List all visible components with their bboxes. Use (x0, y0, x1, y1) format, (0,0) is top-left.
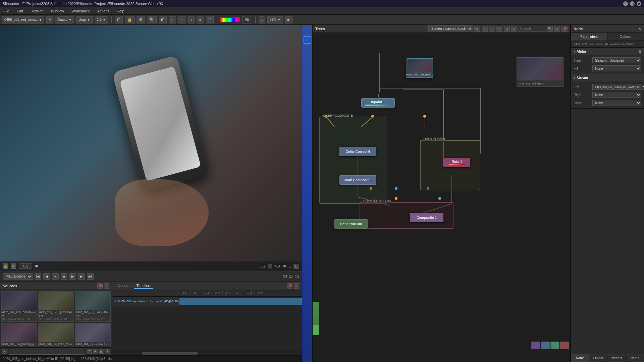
step-back-btn[interactable]: ◀ (43, 273, 50, 280)
track-content[interactable] (179, 297, 302, 306)
track-label[interactable]: ▾ 0469_008_red_helium_8k_rawfilm-ID-[00-… (112, 297, 179, 306)
insert-composite-group[interactable]: INSERT COMPOSITE (319, 117, 386, 204)
timeline-pin-btn[interactable]: 📌 (287, 283, 292, 289)
grid-btn[interactable]: ⊞ (159, 16, 167, 23)
zoom-out-btn[interactable]: □ (259, 16, 265, 23)
transform-btn[interactable]: ⤢ (169, 16, 176, 23)
scroll-thumb[interactable] (142, 352, 198, 355)
settings-btn[interactable]: ⚙ (137, 16, 145, 23)
sources-close-btn[interactable]: ✕ (104, 283, 109, 289)
fit-btn[interactable]: ⊡ (115, 16, 123, 23)
list-view-btn[interactable]: ☰ (87, 349, 92, 354)
trees-add-btn[interactable]: + (496, 26, 502, 32)
grid-view-btn[interactable]: ⊞ (93, 349, 98, 354)
menu-workspace[interactable]: Workspace (70, 8, 91, 14)
depth-select[interactable]: None (592, 100, 641, 106)
session-select[interactable]: Screen clean and track (428, 25, 473, 32)
source-item[interactable]: 0469_101_red...wfilm-ID-.mov 77 - 3840x2… (75, 323, 111, 347)
maximize-button[interactable]: □ (630, 1, 635, 6)
trees-search-input[interactable] (519, 26, 545, 32)
viewer-lock-btn[interactable]: 🔒 (3, 263, 8, 269)
source-node[interactable]: 0469_008_red_heliu... (407, 58, 433, 78)
menu-session[interactable]: Session (29, 8, 45, 14)
close-button[interactable]: ✕ (637, 1, 641, 6)
menu-edit[interactable]: Edit (15, 8, 24, 14)
play-mode-select[interactable]: Play: Bounce (3, 273, 33, 280)
ratio-select[interactable]: 1:1 ▼ (95, 16, 108, 23)
large-grid-btn[interactable]: ▦ (99, 349, 104, 354)
trees-settings-btn[interactable]: ⚙ (474, 26, 480, 32)
overlay-btn[interactable]: ◱ (206, 16, 214, 23)
mini-node-3[interactable] (550, 342, 559, 349)
source-item[interactable]: 0469_001_red_2320_2K.mov 94 - 3840x2160 … (38, 323, 74, 347)
trees-pin-btn[interactable]: 📌 (561, 26, 568, 32)
trees-import-btn[interactable]: ↓ (489, 26, 495, 32)
bottom-tab-object[interactable]: Object (589, 354, 608, 362)
sources-search-input[interactable] (9, 349, 85, 355)
mini-node-2[interactable] (541, 342, 550, 349)
settings-view-btn[interactable]: ⚙ (105, 349, 110, 354)
goto-start-btn[interactable]: |◀ (35, 273, 41, 280)
viewer-canvas[interactable] (0, 25, 302, 271)
clear-search-btn[interactable]: ✕ (2, 349, 7, 354)
menu-actions[interactable]: Actions (96, 8, 111, 14)
lock-btn[interactable]: 🔒 (125, 16, 135, 23)
alpha-section-header[interactable]: ▾ Alpha ⊞ (571, 48, 644, 55)
alpha-expand-btn[interactable]: ⊞ (639, 50, 641, 53)
stream-section-header[interactable]: ▾ Stream ⊞ (571, 74, 644, 81)
source-item[interactable]: 0469_008_red_...wfilm-ID-.mov 529 - 3840… (75, 291, 111, 322)
source-picker[interactable]: 0469_008_red_heliu...▼ (2, 16, 44, 23)
goto-end-btn[interactable]: ▶| (87, 273, 94, 280)
mini-preview-node[interactable]: 0469_008_red_heliu... (517, 57, 564, 87)
source-item[interactable]: 0129_004_A00...001-ID-.mov 94 - 3840x216… (1, 291, 37, 322)
timeline-close-btn[interactable]: ✕ (294, 283, 299, 289)
color-gradient-bar[interactable] (220, 17, 240, 22)
color-correct-node[interactable]: Color Correct 6 (339, 147, 376, 156)
zoom-select[interactable]: 29% ▼ (267, 16, 283, 23)
composite-node[interactable]: Composite 1 (410, 213, 443, 222)
sources-pin-btn[interactable]: 📌 (97, 283, 103, 289)
zoom-in-btn[interactable]: ▶ (285, 16, 292, 23)
search-viewer-btn[interactable]: 🔍 (147, 16, 157, 23)
trees-canvas[interactable]: 0469_008_red_heliu... INSERT COMPOSITE (313, 33, 570, 362)
type-select[interactable]: Straight - Unmatted (592, 57, 641, 63)
bottom-tab-presets[interactable]: Presets (607, 354, 626, 362)
inpaint-node[interactable]: Inpaint 1 (361, 98, 395, 108)
trees-maximize-btn[interactable]: ⤢ (554, 26, 560, 32)
stereo-btn[interactable]: ◈ (197, 16, 204, 23)
minimize-button[interactable]: ─ (623, 1, 628, 6)
viewer[interactable]: 🔒 ⊕ 531 | 454 1 B (0, 25, 302, 271)
sidebar-btn-1[interactable]: ◁ (304, 36, 311, 44)
menu-file[interactable]: File (2, 8, 11, 14)
trees-export-btn[interactable]: ↑ (482, 26, 488, 32)
source-item[interactable]: 0402_008_red_[00-90].jpg 91 - 3840x2160 … (1, 323, 37, 347)
play-fwd-btn[interactable]: ▶ (69, 273, 76, 280)
tab-timeline[interactable]: Timeline (134, 283, 153, 289)
play-back-btn[interactable]: ◄ (52, 273, 59, 280)
mini-node-4[interactable] (560, 342, 569, 349)
step-fwd-btn[interactable]: ▶| (78, 273, 85, 280)
hand-roto-node[interactable]: Hand roto out (334, 219, 368, 229)
viewer-zoom-btn[interactable]: ⊕ (11, 263, 16, 269)
output-select[interactable]: Output ▼ (55, 16, 74, 23)
tab-nodes[interactable]: Nodes (115, 283, 131, 289)
left-select[interactable]: 0469_008_red_helium_8k_rawfilm-ID- (592, 84, 644, 90)
bottom-tab-notes[interactable]: Notes (626, 354, 644, 362)
trees-zoom-fit-btn[interactable]: ⊡ (504, 26, 510, 32)
frame-input[interactable] (19, 263, 32, 269)
timeline-scrollbar[interactable] (112, 351, 302, 355)
add-source-btn[interactable]: + (46, 16, 53, 23)
fill-select[interactable]: None (592, 65, 641, 71)
trees-expand-btn[interactable]: ⤢ (511, 26, 517, 32)
flip-v-btn[interactable]: ↕ (188, 16, 195, 23)
mini-node-1[interactable] (531, 342, 540, 349)
tab-options[interactable]: Options (607, 33, 644, 41)
track-clip[interactable] (179, 298, 302, 305)
bottom-tab-node[interactable]: Node (571, 354, 589, 362)
roto-node[interactable]: Roto 1 (443, 158, 470, 167)
trees-search-btn[interactable]: 🔍 (547, 26, 553, 32)
stop-btn[interactable]: ■ (61, 273, 67, 280)
tab-parameters[interactable]: Parameters (571, 33, 607, 41)
drag-select[interactable]: Drag ▼ (76, 16, 93, 23)
math-composite-node[interactable]: Math Composit... (339, 175, 376, 185)
